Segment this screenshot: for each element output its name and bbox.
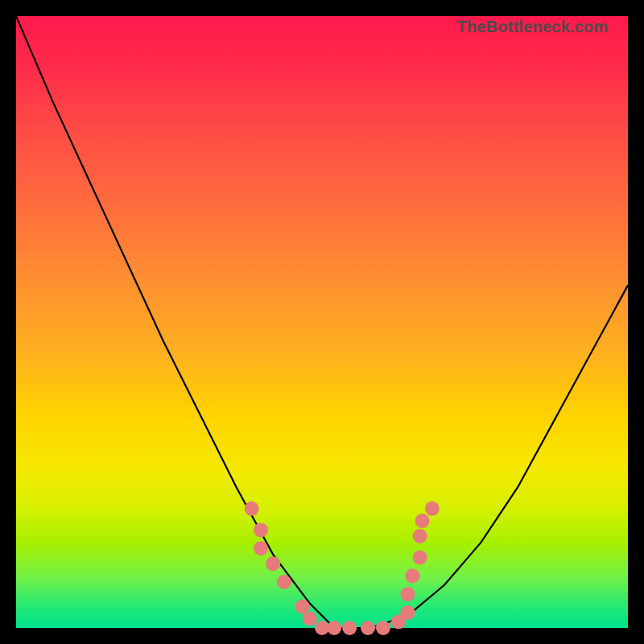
- marker-dot: [327, 621, 341, 635]
- marker-dot: [245, 502, 259, 516]
- marker-dot: [376, 621, 390, 635]
- plot-area: TheBottleneck.com: [16, 16, 628, 628]
- marker-dot: [303, 612, 317, 626]
- marker-dot: [361, 621, 375, 635]
- marker-dot: [295, 599, 310, 613]
- marker-dot: [277, 575, 291, 589]
- marker-dot: [413, 551, 427, 565]
- chart-frame: TheBottleneck.com: [0, 0, 644, 644]
- marker-dot: [415, 514, 430, 528]
- chart-overlay: [16, 16, 628, 628]
- marker-dot: [266, 556, 280, 571]
- marker-dot: [406, 568, 420, 583]
- marker-dot: [254, 541, 268, 555]
- marker-dot: [342, 621, 357, 635]
- bottleneck-curve: [16, 16, 628, 628]
- marker-dot: [413, 529, 427, 543]
- marker-dot: [400, 587, 415, 601]
- marker-dot: [425, 502, 440, 516]
- marker-group: [245, 502, 440, 635]
- marker-dot: [400, 605, 415, 620]
- marker-dot: [254, 522, 268, 537]
